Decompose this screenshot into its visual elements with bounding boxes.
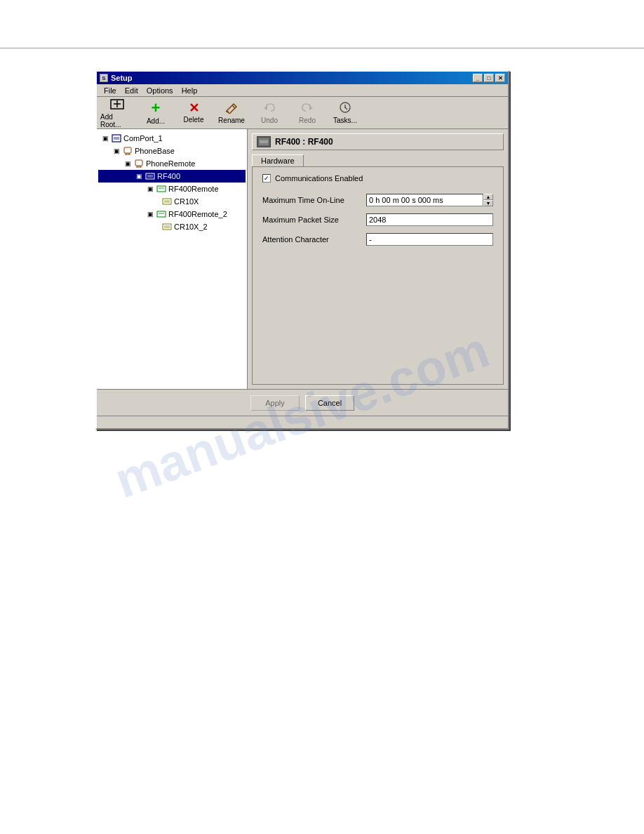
expander-cr10x[interactable] bbox=[156, 196, 161, 207]
minimize-button[interactable]: _ bbox=[473, 74, 483, 82]
main-content: ▣ ComPort_1 ▣ PhoneBase ▣ Pho bbox=[97, 129, 508, 389]
expander-phonebase[interactable]: ▣ bbox=[111, 145, 122, 157]
delete-label: Delete bbox=[184, 116, 204, 124]
tree-item-phonebase[interactable]: ▣ PhoneBase bbox=[98, 145, 246, 157]
icon-phonebase bbox=[122, 145, 133, 157]
menu-edit[interactable]: Edit bbox=[121, 86, 142, 95]
tree-item-rf400remote[interactable]: ▣ RF400Remote bbox=[98, 183, 246, 195]
tree-panel: ▣ ComPort_1 ▣ PhoneBase ▣ Pho bbox=[97, 129, 248, 389]
svg-line-4 bbox=[232, 105, 235, 108]
svg-rect-26 bbox=[157, 186, 166, 192]
rename-button[interactable]: Rename bbox=[213, 99, 250, 127]
tree-item-phoneremote[interactable]: ▣ PhoneRemote bbox=[98, 157, 246, 170]
add-root-icon bbox=[110, 98, 126, 112]
close-button[interactable]: ✕ bbox=[495, 74, 505, 82]
label-phonebase: PhoneBase bbox=[135, 147, 175, 155]
apply-button[interactable]: Apply bbox=[250, 395, 300, 411]
expander-comport1[interactable]: ▣ bbox=[100, 133, 111, 144]
top-rule bbox=[0, 48, 644, 48]
add-icon: + bbox=[152, 100, 161, 116]
window-icon: S bbox=[100, 74, 108, 82]
redo-icon bbox=[300, 101, 315, 115]
rename-label: Rename bbox=[218, 117, 245, 124]
comms-enabled-row: ✓ Communications Enabled bbox=[262, 174, 493, 183]
max-time-input[interactable] bbox=[366, 194, 483, 206]
menu-options[interactable]: Options bbox=[142, 86, 177, 95]
svg-rect-36 bbox=[258, 138, 269, 146]
attention-char-input[interactable] bbox=[366, 233, 493, 246]
title-bar: S Setup _ □ ✕ bbox=[97, 72, 508, 84]
label-cr10x: CR10X bbox=[174, 197, 199, 206]
form-area: ✓ Communications Enabled Maximum Time On… bbox=[252, 166, 504, 385]
delete-icon: ✕ bbox=[189, 102, 199, 114]
tasks-button[interactable]: Tasks... bbox=[327, 99, 363, 127]
delete-button[interactable]: ✕ Delete bbox=[175, 99, 212, 127]
max-packet-input[interactable] bbox=[366, 213, 493, 226]
right-panel: RF400 : RF400 Hardware ✓ Communications … bbox=[248, 129, 508, 389]
maximize-button[interactable]: □ bbox=[484, 74, 494, 82]
svg-rect-19 bbox=[135, 160, 142, 166]
icon-cr10x bbox=[161, 196, 173, 207]
add-label: Add... bbox=[147, 117, 165, 125]
expander-rf400remote[interactable]: ▣ bbox=[145, 183, 156, 194]
max-time-row: Maximum Time On-Line ▲ ▼ bbox=[262, 194, 493, 206]
svg-point-11 bbox=[344, 107, 346, 108]
max-time-input-group: ▲ ▼ bbox=[366, 194, 493, 206]
label-cr10x2: CR10X_2 bbox=[174, 223, 208, 231]
tasks-icon bbox=[337, 101, 353, 115]
redo-button[interactable]: Redo bbox=[289, 99, 326, 127]
max-packet-row: Maximum Packet Size bbox=[262, 213, 493, 226]
undo-label: Undo bbox=[261, 117, 278, 124]
title-buttons: _ □ ✕ bbox=[473, 74, 505, 82]
expander-phoneremote[interactable]: ▣ bbox=[122, 158, 133, 169]
expander-rf400remote2[interactable]: ▣ bbox=[145, 208, 156, 220]
icon-comport1 bbox=[111, 133, 122, 144]
add-button[interactable]: + Add... bbox=[137, 99, 174, 127]
device-header: RF400 : RF400 bbox=[252, 133, 504, 150]
label-phoneremote: PhoneRemote bbox=[146, 159, 195, 168]
tab-bar: Hardware bbox=[252, 154, 504, 166]
svg-rect-12 bbox=[112, 135, 121, 142]
menu-file[interactable]: File bbox=[100, 86, 121, 95]
undo-button[interactable]: Undo bbox=[251, 99, 288, 127]
rename-icon bbox=[224, 101, 239, 115]
tab-hardware[interactable]: Hardware bbox=[252, 154, 304, 166]
toolbar: Add Root... + Add... ✕ Delete Rename bbox=[97, 97, 508, 129]
icon-phoneremote bbox=[133, 158, 145, 169]
attention-char-label: Attention Character bbox=[262, 235, 361, 244]
svg-rect-33 bbox=[163, 224, 171, 230]
svg-rect-31 bbox=[157, 211, 166, 217]
label-rf400remote: RF400Remote bbox=[168, 185, 219, 193]
label-comport1: ComPort_1 bbox=[123, 134, 163, 143]
tree-item-comport1[interactable]: ▣ ComPort_1 bbox=[98, 132, 246, 145]
cancel-button[interactable]: Cancel bbox=[305, 395, 354, 411]
comms-enabled-checkbox[interactable]: ✓ bbox=[262, 174, 271, 183]
expander-rf400[interactable]: ▣ bbox=[133, 171, 145, 182]
max-time-label: Maximum Time On-Line bbox=[262, 196, 361, 204]
setup-window: S Setup _ □ ✕ File Edit Options Help Add… bbox=[95, 70, 509, 430]
svg-marker-3 bbox=[227, 104, 236, 114]
max-time-spin-down[interactable]: ▼ bbox=[483, 200, 493, 206]
tree-item-rf400remote2[interactable]: ▣ RF400Remote_2 bbox=[98, 208, 246, 220]
comms-enabled-label: Communications Enabled bbox=[275, 174, 363, 183]
label-rf400remote2: RF400Remote_2 bbox=[168, 210, 227, 218]
max-time-spin-up[interactable]: ▲ bbox=[483, 194, 493, 200]
tree-item-cr10x2[interactable]: CR10X_2 bbox=[98, 220, 246, 233]
redo-label: Redo bbox=[299, 117, 316, 124]
window-title: Setup bbox=[111, 74, 133, 82]
menu-bar: File Edit Options Help bbox=[97, 84, 508, 97]
icon-rf400remote bbox=[156, 183, 167, 194]
svg-rect-15 bbox=[124, 147, 131, 153]
attention-char-row: Attention Character bbox=[262, 233, 493, 246]
menu-help[interactable]: Help bbox=[177, 86, 202, 95]
undo-icon bbox=[262, 101, 277, 115]
expander-cr10x2[interactable] bbox=[156, 221, 161, 232]
svg-rect-28 bbox=[163, 199, 171, 204]
tree-item-rf400[interactable]: ▣ RF400 bbox=[98, 170, 246, 183]
title-bar-left: S Setup bbox=[100, 74, 133, 82]
tree-item-cr10x[interactable]: CR10X bbox=[98, 195, 246, 208]
tasks-label: Tasks... bbox=[333, 117, 357, 124]
add-root-label: Add Root... bbox=[100, 113, 135, 128]
add-root-button[interactable]: Add Root... bbox=[100, 99, 136, 127]
device-header-icon bbox=[257, 136, 271, 147]
